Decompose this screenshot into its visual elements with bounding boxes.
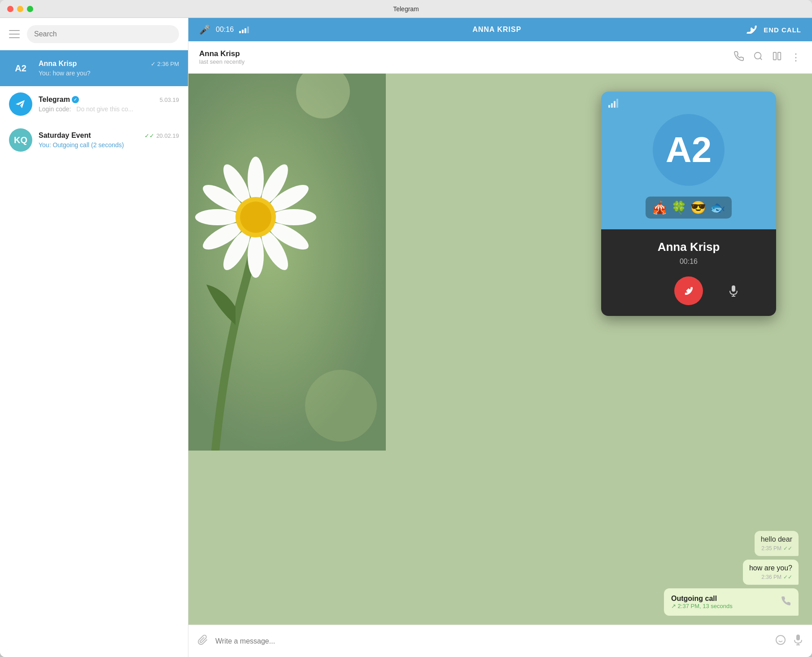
mic-input-icon bbox=[793, 634, 803, 646]
smiley-icon bbox=[775, 635, 786, 645]
input-bar bbox=[188, 625, 812, 657]
signal-bars bbox=[239, 26, 249, 33]
chat-time: 5.03.19 bbox=[160, 96, 179, 103]
call-person-name: Anna Krisp bbox=[658, 240, 720, 254]
avatar bbox=[9, 92, 32, 116]
close-button[interactable] bbox=[7, 6, 13, 12]
chat-preview: You: Outgoing call (2 seconds) bbox=[39, 141, 179, 149]
double-check-icon: ✓✓ bbox=[783, 574, 792, 580]
chat-time: ✓ 2:36 PM bbox=[151, 61, 179, 67]
more-button[interactable]: ⋮ bbox=[791, 52, 801, 63]
svg-point-7 bbox=[271, 209, 316, 225]
microphone-icon bbox=[728, 285, 739, 297]
chat-time: ✓✓ 20.02.19 bbox=[144, 132, 179, 139]
chat-item-saturday-event[interactable]: KQ Saturday Event ✓✓ 20.02.19 You: Outgo… bbox=[0, 122, 188, 158]
call-detail: ↗ 2:37 PM, 13 seconds bbox=[671, 603, 775, 609]
end-call-button[interactable] bbox=[674, 276, 703, 305]
emoji-2[interactable]: 🍀 bbox=[671, 200, 687, 215]
phone-button[interactable] bbox=[733, 51, 744, 64]
app-window: Telegram A2 Anna Krisp bbox=[0, 0, 812, 657]
svg-point-13 bbox=[195, 209, 240, 225]
signal-bar-2 bbox=[242, 30, 244, 33]
app-body: A2 Anna Krisp ✓ 2:36 PM You: how are you… bbox=[0, 18, 812, 657]
mic-icon: 🎤 bbox=[199, 24, 210, 35]
search-button[interactable] bbox=[753, 51, 763, 64]
window-title: Telegram bbox=[393, 5, 419, 13]
chat-item-anna-krisp[interactable]: A2 Anna Krisp ✓ 2:36 PM You: how are you… bbox=[0, 50, 188, 86]
msg-time: 2:35 PM ✓✓ bbox=[761, 545, 792, 552]
titlebar: Telegram bbox=[0, 0, 812, 18]
search-input[interactable] bbox=[34, 30, 172, 38]
chat-header-info: Anna Krisp last seen recently bbox=[199, 49, 733, 65]
chat-name: Saturday Event bbox=[39, 131, 91, 140]
emoji-button[interactable] bbox=[775, 635, 786, 648]
mute-button[interactable] bbox=[725, 282, 742, 300]
double-check-icon: ✓✓ bbox=[783, 545, 792, 552]
call-bubble: Outgoing call ↗ 2:37 PM, 13 seconds bbox=[664, 588, 799, 616]
call-phone-icon bbox=[781, 596, 791, 609]
chat-header-status: last seen recently bbox=[199, 58, 733, 65]
maximize-button[interactable] bbox=[27, 6, 33, 12]
chat-item-telegram[interactable]: Telegram ✓ 5.03.19 Login code: Do not gi… bbox=[0, 86, 188, 122]
double-check-icon: ✓✓ bbox=[144, 132, 154, 139]
message-bubble: how are you? 2:36 PM ✓✓ bbox=[743, 560, 799, 585]
emoji-4[interactable]: 🐟 bbox=[710, 200, 725, 215]
chat-name: Anna Krisp bbox=[39, 60, 77, 68]
message-input[interactable] bbox=[215, 637, 768, 645]
call-title: Outgoing call bbox=[671, 595, 775, 603]
expand-button[interactable] bbox=[772, 51, 782, 64]
emoji-3[interactable]: 😎 bbox=[690, 200, 706, 215]
verified-badge: ✓ bbox=[72, 96, 79, 103]
chat-info: Anna Krisp ✓ 2:36 PM You: how are you? bbox=[39, 60, 179, 77]
chat-info: Telegram ✓ 5.03.19 Login code: Do not gi… bbox=[39, 96, 179, 113]
svg-rect-1 bbox=[773, 52, 776, 60]
call-timer: 00:16 bbox=[216, 26, 234, 34]
attach-button[interactable] bbox=[197, 635, 208, 648]
svg-point-17 bbox=[240, 201, 271, 233]
svg-point-19 bbox=[305, 370, 377, 442]
signal-bar-1 bbox=[239, 31, 241, 33]
call-overlay-card: A2 🎪 🍀 😎 🐟 Anna Krisp 00:16 bbox=[601, 92, 776, 316]
paperclip-icon bbox=[197, 635, 208, 645]
telegram-plane-icon bbox=[15, 98, 26, 110]
call-signal-bars bbox=[608, 99, 618, 108]
chat-info: Saturday Event ✓✓ 20.02.19 You: Outgoing… bbox=[39, 131, 179, 149]
chat-name: Telegram ✓ bbox=[39, 96, 79, 104]
chat-list: A2 Anna Krisp ✓ 2:36 PM You: how are you… bbox=[0, 50, 188, 657]
emoji-row[interactable]: 🎪 🍀 😎 🐟 bbox=[646, 197, 732, 219]
end-call-button[interactable]: END CALL bbox=[745, 26, 801, 34]
avatar: KQ bbox=[9, 128, 32, 152]
call-info: Outgoing call ↗ 2:37 PM, 13 seconds bbox=[671, 595, 775, 609]
sidebar-header bbox=[0, 18, 188, 50]
hamburger-button[interactable] bbox=[9, 30, 20, 38]
phone-end-icon bbox=[745, 26, 759, 34]
call-duration: 00:16 bbox=[680, 258, 698, 266]
svg-point-23 bbox=[776, 635, 785, 644]
chat-name-row: Saturday Event ✓✓ 20.02.19 bbox=[39, 131, 179, 140]
call-overlay-bottom: Anna Krisp 00:16 bbox=[601, 229, 776, 316]
voice-message-button[interactable] bbox=[793, 634, 803, 648]
chat-preview: You: how are you? bbox=[39, 70, 179, 77]
check-icon: ✓ bbox=[151, 61, 156, 67]
signal-bar-3 bbox=[244, 28, 246, 33]
emoji-1[interactable]: 🎪 bbox=[652, 200, 668, 215]
svg-point-0 bbox=[755, 52, 761, 59]
svg-rect-26 bbox=[796, 635, 800, 640]
search-wrapper[interactable] bbox=[27, 25, 179, 43]
chat-name-row: Anna Krisp ✓ 2:36 PM bbox=[39, 60, 179, 68]
daisy-background bbox=[188, 74, 386, 451]
signal-bar-4 bbox=[247, 26, 249, 33]
svg-point-4 bbox=[248, 157, 264, 201]
chat-header: Anna Krisp last seen recently bbox=[188, 41, 812, 74]
call-controls bbox=[635, 276, 742, 305]
call-bar: 🎤 00:16 ANNA KRISP END CALL bbox=[188, 18, 812, 41]
chat-header-name: Anna Krisp bbox=[199, 49, 733, 58]
sidebar: A2 Anna Krisp ✓ 2:36 PM You: how are you… bbox=[0, 18, 188, 657]
call-contact-name: ANNA KRISP bbox=[256, 26, 738, 34]
svg-rect-2 bbox=[778, 52, 781, 60]
svg-rect-20 bbox=[732, 285, 735, 292]
chat-background: hello dear 2:35 PM ✓✓ how are you? 2:36 … bbox=[188, 74, 812, 625]
traffic-lights bbox=[7, 6, 33, 12]
minimize-button[interactable] bbox=[17, 6, 23, 12]
msg-time: 2:36 PM ✓✓ bbox=[749, 574, 792, 580]
